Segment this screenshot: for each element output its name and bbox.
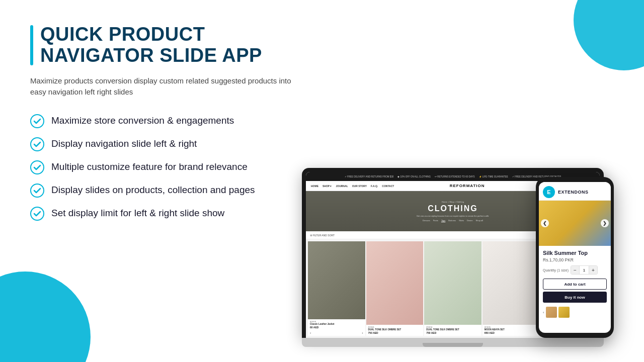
product-1-prev[interactable]: ‹ xyxy=(310,331,311,335)
product-name-2: DUAL TONE SILK OMBRE SET xyxy=(368,328,422,331)
site-hero-categories: Dresses Pants Tops Bottoms Skirts Denim … xyxy=(423,219,483,222)
mobile-prev-arrow[interactable]: ❮ xyxy=(541,219,549,227)
svg-point-4 xyxy=(31,207,44,220)
features-list: Maximize store conversion & engagements … xyxy=(30,114,302,221)
site-product-4: ARANA MOON ABAYA SET 650 AED xyxy=(482,241,540,336)
product-image-3 xyxy=(424,241,481,325)
svg-point-3 xyxy=(31,184,44,197)
title-bar-decoration xyxy=(30,25,33,65)
mobile-add-to-cart-button[interactable]: Add to cart xyxy=(543,279,607,290)
feature-item-feat-3: Multiple customize feature for brand rel… xyxy=(30,160,302,174)
product-price-4: 650 AED xyxy=(485,331,538,334)
feature-item-feat-5: Set display limit for left & right slide… xyxy=(30,207,302,221)
feature-text: Display slides on products, collection a… xyxy=(51,184,255,197)
product-1-next[interactable]: › xyxy=(362,331,363,335)
cat-shop-all[interactable]: Shop all xyxy=(476,219,483,222)
product-info-2: ARANA DUAL TONE SILK OMBRE SET 750 AED xyxy=(366,325,424,336)
mobile-quantity-row: Quantity (1 size) − 1 + xyxy=(543,265,607,275)
title-block: QUICK PRODUCT NAVIGATOR SLIDE APP xyxy=(30,24,302,66)
header-text-1: ✓ FREE DELIVERY AND RETURNS FROM $30 xyxy=(345,175,393,178)
cat-bottoms[interactable]: Bottoms xyxy=(448,219,456,222)
mobile-thumb-2[interactable] xyxy=(558,307,570,318)
mobile-logo-circle: E xyxy=(543,186,555,198)
mobile-logo-letter: E xyxy=(547,189,550,195)
feature-text: Multiple customize feature for brand rel… xyxy=(51,160,248,173)
product-price-1: 60 AED xyxy=(310,326,363,329)
site-product-3: ARANA DUAL TONE SILK OMBRE SET 750 AED xyxy=(424,241,481,336)
mobile-qty-controls: − 1 + xyxy=(571,265,598,275)
mobile-screen: E EXTENDONS ❮ ❯ Silk Summer Top Rs.1,70,… xyxy=(539,182,611,333)
nav-home[interactable]: HOME xyxy=(311,185,318,188)
mobile-thumb-1[interactable] xyxy=(546,307,557,318)
product-image-4 xyxy=(482,241,540,325)
laptop-base xyxy=(302,338,604,347)
left-panel: QUICK PRODUCT NAVIGATOR SLIDE APP Maximi… xyxy=(30,24,302,347)
check-icon xyxy=(30,207,44,221)
site-breadcrumb: Home > Shop > Clothing xyxy=(442,201,464,203)
check-icon xyxy=(30,137,44,151)
right-panel: ✓ FREE DELIVERY AND RETURNS FROM $30 ◆ 1… xyxy=(302,24,614,347)
cat-skirts[interactable]: Skirts xyxy=(459,219,464,222)
mobile-qty-minus[interactable]: − xyxy=(571,266,579,274)
product-image-2 xyxy=(366,241,424,325)
svg-point-1 xyxy=(31,138,44,151)
product-name-4: MOON ABAYA SET xyxy=(485,328,538,331)
site-product-2: ARANA DUAL TONE SILK OMBRE SET 750 AED xyxy=(366,241,424,336)
feature-item-feat-1: Maximize store conversion & engagements xyxy=(30,114,302,128)
product-name-3: DUAL TONE SILK OMBRE SET xyxy=(426,328,479,331)
feature-item-feat-2: Display navigation slide left & right xyxy=(30,137,302,151)
mobile-buy-now-button[interactable]: Buy it now xyxy=(543,292,607,303)
check-icon xyxy=(30,114,44,128)
mobile-qty-plus[interactable]: + xyxy=(589,266,597,274)
mobile-product-price: Rs.1,70,00 PKR xyxy=(543,257,607,262)
mobile-product-title: Silk Summer Top xyxy=(543,250,607,256)
main-content: QUICK PRODUCT NAVIGATOR SLIDE APP Maximi… xyxy=(0,0,644,362)
check-icon xyxy=(30,160,44,174)
mobile-mockup: E EXTENDONS ❮ ❯ Silk Summer Top Rs.1,70,… xyxy=(536,177,614,338)
product-image-1 xyxy=(308,241,365,319)
mobile-thumbnail-nav: ‹ xyxy=(539,307,611,322)
mobile-product-image: ❮ ❯ xyxy=(539,201,611,246)
mobile-qty-value: 1 xyxy=(579,266,589,274)
product-1-slide-nav: ‹ › xyxy=(308,330,365,336)
mobile-thumb-prev[interactable]: ‹ xyxy=(543,310,544,315)
cat-denim[interactable]: Denim xyxy=(467,219,473,222)
mobile-next-arrow[interactable]: ❯ xyxy=(601,219,609,227)
site-product-1: ARANA Classic Leather Jacket 60 AED ‹ › xyxy=(308,241,365,336)
nav-contact[interactable]: CONTACT xyxy=(382,185,394,188)
cat-dresses[interactable]: Dresses xyxy=(423,219,430,222)
page-title: QUICK PRODUCT NAVIGATOR SLIDE APP xyxy=(40,24,302,66)
mobile-nav-arrows: ❮ ❯ xyxy=(539,219,611,227)
product-info-1: ARANA Classic Leather Jacket 60 AED xyxy=(308,319,365,330)
header-text-4: ⚡ LIFE-TIME GUARANTEE xyxy=(479,175,508,178)
nav-our-story[interactable]: OUR STORY xyxy=(352,185,367,188)
feature-text: Maximize store conversion & engagements xyxy=(51,114,234,127)
filter-sort-btn[interactable]: ⚙ FILTER AND SORT xyxy=(310,234,335,237)
product-info-4: ARANA MOON ABAYA SET 650 AED xyxy=(482,325,540,336)
site-hero-title: CLOTHING xyxy=(428,204,478,213)
mobile-header: E EXTENDONS xyxy=(539,182,611,201)
header-text-2: ◆ 10% OFF ON ALL CLOTHING xyxy=(397,175,431,178)
site-nav-links: HOME SHOP ▾ JOURNAL OUR STORY F.A.Q. CON… xyxy=(311,185,394,188)
feature-text: Display navigation slide left & right xyxy=(51,137,197,150)
feature-item-feat-4: Display slides on products, collection a… xyxy=(30,184,302,198)
product-name-1: Classic Leather Jacket xyxy=(310,323,363,325)
mobile-brand-name: EXTENDONS xyxy=(558,190,589,195)
site-hero-subtitle: Get one-on-one styling lessons from our … xyxy=(417,215,489,217)
header-text-3: ↩ RETURNS EXTENDED TO 60 DAYS xyxy=(435,175,475,178)
cat-tops[interactable]: Tops xyxy=(441,219,445,222)
nav-faq[interactable]: F.A.Q. xyxy=(371,185,378,188)
product-price-3: 750 AED xyxy=(426,331,479,334)
page-subtitle: Maximize products conversion display cus… xyxy=(30,75,292,98)
product-price-2: 750 AED xyxy=(368,331,422,334)
cat-pants[interactable]: Pants xyxy=(433,219,438,222)
product-info-3: ARANA DUAL TONE SILK OMBRE SET 750 AED xyxy=(424,325,481,336)
mobile-product-info: Silk Summer Top Rs.1,70,00 PKR Quantity … xyxy=(539,246,611,275)
site-logo: REFORMATION xyxy=(450,184,485,188)
nav-journal[interactable]: JOURNAL xyxy=(336,185,348,188)
feature-text: Set display limit for left & right slide… xyxy=(51,207,224,220)
nav-shop[interactable]: SHOP ▾ xyxy=(323,185,332,188)
svg-point-2 xyxy=(31,161,44,174)
check-icon xyxy=(30,184,44,198)
svg-point-0 xyxy=(31,115,44,128)
